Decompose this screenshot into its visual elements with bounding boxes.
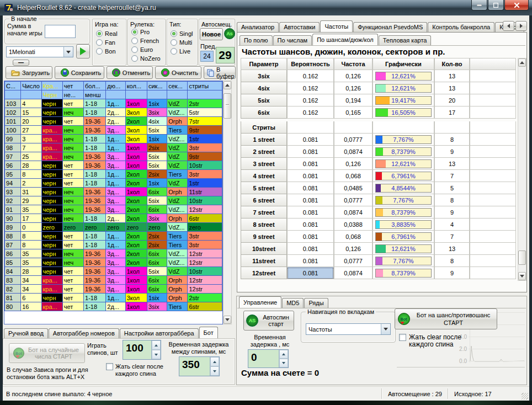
spin-cell[interactable]: неч — [62, 143, 83, 152]
spin-cell[interactable]: Tiers — [167, 126, 188, 135]
param-cell[interactable]: 4six — [241, 82, 287, 94]
spin-cell[interactable]: 19-36 — [84, 276, 106, 285]
frequency-cell[interactable]: 0,0777 — [334, 194, 373, 206]
frequency-cell[interactable]: 0,0874 — [334, 206, 373, 219]
probability-cell[interactable]: 0.081 — [287, 255, 334, 267]
spin-cell[interactable]: 2кол — [125, 117, 147, 126]
count-cell[interactable]: 7 — [434, 170, 470, 182]
count-cell[interactable]: 4 — [434, 219, 470, 231]
count-cell[interactable]: 8 — [434, 194, 470, 206]
spin-cell[interactable]: 1-18 — [84, 179, 106, 188]
spins-header-cell[interactable]: не... — [62, 90, 83, 99]
spin-delay-stepper[interactable]: 350 — [179, 356, 220, 376]
spin-cell[interactable]: 5six — [147, 152, 167, 161]
spin-cell[interactable]: чет — [62, 302, 83, 311]
spin-cell[interactable]: 1д... — [106, 170, 125, 179]
param-cell[interactable]: 10street — [241, 243, 287, 255]
spin-cell[interactable]: VdZ — [167, 99, 188, 108]
count-cell[interactable]: 20 — [434, 94, 470, 106]
spin-cell[interactable]: 3д... — [106, 258, 125, 267]
spin-cell[interactable]: 92 — [5, 196, 21, 205]
spin-cell[interactable]: 7str — [188, 117, 222, 126]
frequency-cell[interactable]: 0,0777 — [334, 134, 373, 146]
spins-header-cell[interactable]: С... — [5, 82, 21, 90]
spin-cell[interactable]: 8 — [21, 232, 41, 241]
spin-cell[interactable]: 1six — [147, 294, 167, 302]
spin-cell[interactable]: Orph — [167, 285, 188, 294]
spin-cell[interactable]: 87 — [5, 241, 21, 249]
spin-cell[interactable]: 2д... — [106, 117, 125, 126]
main-tab[interactable]: Контроль банкролла — [428, 22, 494, 32]
save-button[interactable]: Сохранить — [55, 66, 104, 79]
spin-cell[interactable]: 4 — [21, 99, 41, 108]
spin-cell[interactable]: 100 — [5, 126, 21, 135]
param-cell[interactable]: 8 street — [241, 219, 287, 231]
spin-cell[interactable]: 2 — [21, 179, 41, 188]
graph-cell[interactable]: 19,417% — [373, 94, 434, 106]
spin-cell[interactable]: кра... — [41, 285, 62, 294]
spin-cell[interactable]: 1-18 — [84, 99, 106, 108]
new-button[interactable]: Новое — [200, 28, 223, 40]
frequencies-header-cell[interactable]: Параметр — [241, 58, 287, 70]
spin-cell[interactable]: 3six — [147, 214, 167, 223]
spin-cell[interactable]: 12str — [188, 258, 222, 267]
param-cell[interactable]: 9 street — [241, 231, 287, 243]
probability-cell[interactable]: 0.162 — [287, 70, 334, 82]
spin-cell[interactable]: 2кол — [125, 196, 147, 205]
spin-cell[interactable]: 2six — [147, 241, 167, 249]
spin-cell[interactable]: 94 — [5, 179, 21, 188]
spin-cell[interactable]: 83 — [5, 276, 21, 285]
spin-cell[interactable]: 35 — [21, 258, 41, 267]
spin-cell[interactable]: Tiers — [167, 241, 188, 249]
spin-cell[interactable]: неч — [62, 152, 83, 161]
spin-cell[interactable]: 3six — [147, 302, 167, 311]
param-cell[interactable]: 3 street — [241, 158, 287, 170]
spin-cell[interactable]: Orph — [167, 276, 188, 285]
spin-cell[interactable]: 5six — [147, 126, 167, 135]
spin-cell[interactable]: 1кол — [125, 143, 147, 152]
spin-cell[interactable]: 19-36 — [84, 205, 106, 214]
frequencies-scrollbar[interactable] — [518, 58, 526, 281]
graph-cell[interactable]: 8,7379% — [373, 267, 434, 279]
spin-cell[interactable]: 10str — [188, 267, 222, 276]
spin-cell[interactable]: 80 — [5, 302, 21, 311]
spin-cell[interactable]: неч — [62, 126, 83, 135]
spin-cell[interactable]: 34 — [21, 285, 41, 294]
spin-cell[interactable]: 101 — [5, 117, 21, 126]
frequency-cell[interactable]: 0,068 — [334, 231, 373, 243]
spin-cell[interactable]: 1-18 — [84, 143, 106, 152]
spin-cell[interactable]: 8 — [21, 241, 41, 249]
spins-header-cell[interactable]: Кра... — [41, 82, 62, 90]
spin-cell[interactable]: 6six — [147, 188, 167, 196]
spin-cell[interactable]: 1кол — [125, 188, 147, 196]
param-cell[interactable]: 6six — [241, 106, 287, 119]
spin-cell[interactable]: 1кол — [125, 285, 147, 294]
frequencies-header-cell[interactable]: Графически — [373, 58, 434, 70]
probability-cell[interactable]: 0.162 — [287, 94, 334, 106]
main-tab[interactable]: Анализатор — [237, 22, 279, 32]
spin-cell[interactable]: 2str — [188, 99, 222, 108]
spin-cell[interactable]: 10str — [188, 161, 222, 170]
scroll-down-button[interactable] — [518, 272, 526, 280]
graph-cell[interactable]: 12,621% — [373, 70, 434, 82]
spin-cell[interactable]: VdZ — [167, 152, 188, 161]
spin-cell[interactable]: VdZ... — [167, 249, 188, 258]
spin-cell[interactable]: 1str — [188, 179, 222, 188]
spin-cell[interactable]: 3д... — [106, 249, 125, 258]
spins-header-cell[interactable]: сек... — [167, 82, 188, 90]
spin-cell[interactable]: черн — [41, 214, 62, 223]
spin-cell[interactable]: Orph — [167, 214, 188, 223]
spin-cell[interactable]: черн — [41, 99, 62, 108]
param-cell[interactable]: 11street — [241, 255, 287, 267]
spin-cell[interactable]: 3д... — [106, 126, 125, 135]
spin-cell[interactable]: 5str — [188, 108, 222, 117]
spin-cell[interactable]: 82 — [5, 285, 21, 294]
probability-cell[interactable]: 0.081 — [287, 267, 334, 279]
frequency-cell[interactable]: 0,0485 — [334, 182, 373, 194]
spin-cell[interactable]: 19-36 — [84, 152, 106, 161]
spins-header-cell[interactable] — [125, 90, 147, 99]
checkbox[interactable] — [106, 363, 113, 370]
spins-header-cell[interactable]: сик... — [147, 82, 167, 90]
profile-combobox[interactable]: 1Melonati — [6, 46, 73, 57]
delay-stepper[interactable]: 0 — [248, 349, 289, 368]
